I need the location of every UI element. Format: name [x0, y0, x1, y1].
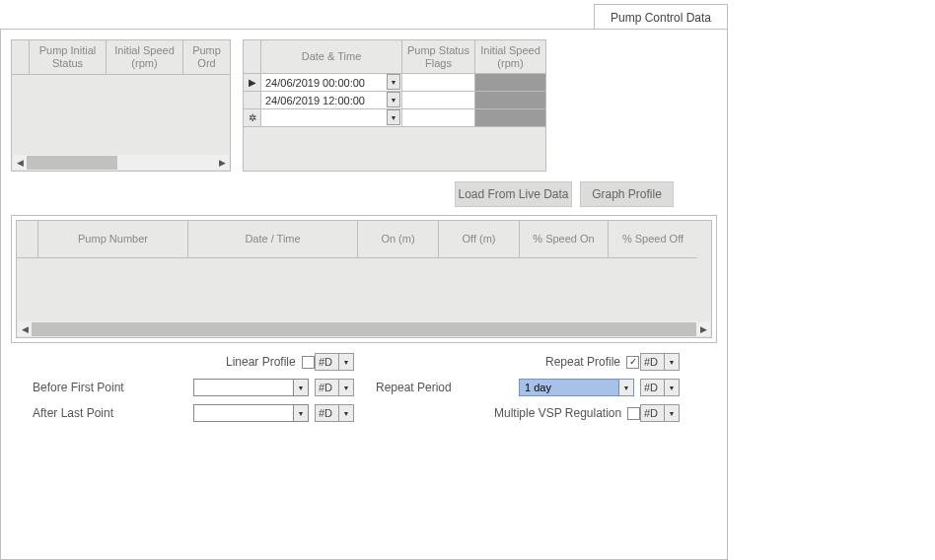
chevron-down-icon: ▼	[293, 405, 308, 421]
col-status-flags[interactable]: Pump Status Flags	[402, 40, 475, 74]
hscrollbar-left[interactable]: ◀ ▶	[13, 155, 229, 170]
linear-profile-checkbox[interactable]	[302, 356, 315, 369]
tab-pump-control-data[interactable]: Pump Control Data	[594, 4, 728, 31]
cell-datetime-value: 24/06/2019 00:00:00	[265, 77, 365, 89]
col-speed-off[interactable]: % Speed Off	[609, 221, 697, 258]
scroll-right-icon[interactable]: ▶	[215, 156, 229, 170]
dd-value: #D	[319, 382, 332, 393]
cell-init-speed	[475, 74, 545, 92]
after-last-units-select[interactable]: #D▼	[315, 404, 354, 422]
col-init-speed2[interactable]: Initial Speed (rpm)	[475, 40, 545, 74]
load-from-live-button[interactable]: Load From Live Data	[455, 181, 572, 207]
dd-value: #D	[644, 407, 658, 419]
row-indicator-current-icon: ▶	[244, 74, 261, 92]
row-selector-header	[12, 40, 30, 75]
col-datetime[interactable]: Date & Time	[261, 40, 402, 74]
chevron-down-icon: ▼	[338, 354, 353, 370]
dd-value: #D	[319, 407, 332, 419]
hscrollbar-wide[interactable]: ◀ ▶	[18, 321, 710, 336]
repeat-period-value: 1 day	[525, 382, 551, 393]
multi-vsp-label: Multiple VSP Regulation	[494, 406, 621, 420]
repeat-profile-units-select[interactable]: #D▼	[640, 353, 680, 371]
before-first-select[interactable]: ▼	[193, 379, 309, 396]
linear-profile-label: Linear Profile	[226, 355, 296, 369]
col-pump-initial-status[interactable]: Pump Initial Status	[30, 40, 107, 75]
repeat-period-label: Repeat Period	[376, 381, 452, 394]
linear-profile-units-select[interactable]: #D▼	[315, 353, 354, 371]
dropdown-icon[interactable]: ▼	[387, 92, 400, 107]
cell-status-flags[interactable]	[402, 92, 475, 109]
col-on[interactable]: On (m)	[358, 221, 439, 258]
cell-init-speed	[475, 109, 545, 127]
col-pump-number[interactable]: Pump Number	[38, 221, 188, 258]
row-indicator-icon	[244, 92, 261, 109]
dd-value: #D	[319, 356, 332, 368]
scroll-left-icon[interactable]: ◀	[18, 322, 32, 336]
profile-grid-container: Pump Number Date / Time On (m) Off (m) %…	[11, 215, 717, 343]
main-panel: Pump Initial Status Initial Speed (rpm) …	[0, 29, 728, 560]
cell-status-flags[interactable]	[402, 109, 475, 127]
table-row-new[interactable]: ✲ ▼	[244, 109, 545, 127]
chevron-down-icon: ▼	[664, 405, 679, 421]
before-first-units-select[interactable]: #D▼	[315, 379, 354, 396]
cell-datetime-value: 24/06/2019 12:00:00	[265, 95, 365, 106]
dropdown-icon[interactable]: ▼	[387, 109, 400, 125]
dd-value: #D	[644, 356, 658, 368]
repeat-period-select[interactable]: 1 day▼	[519, 379, 634, 396]
cell-datetime[interactable]: 24/06/2019 00:00:00▼	[261, 74, 402, 92]
chevron-down-icon: ▼	[338, 405, 353, 421]
repeat-profile-checkbox[interactable]	[626, 356, 639, 369]
repeat-profile-label: Repeat Profile	[545, 355, 620, 369]
chevron-down-icon: ▼	[338, 380, 353, 395]
datetime-grid: Date & Time Pump Status Flags Initial Sp…	[243, 39, 546, 172]
pump-initial-grid: Pump Initial Status Initial Speed (rpm) …	[11, 39, 231, 172]
col-initial-speed[interactable]: Initial Speed (rpm)	[107, 40, 183, 75]
row-selector-header	[17, 221, 38, 258]
after-last-label: After Last Point	[33, 406, 113, 420]
multi-vsp-units-select[interactable]: #D▼	[640, 404, 680, 422]
chevron-down-icon: ▼	[618, 380, 633, 395]
multi-vsp-checkbox[interactable]	[627, 407, 640, 420]
table-row[interactable]: 24/06/2019 12:00:00▼	[244, 92, 545, 109]
chevron-down-icon: ▼	[664, 354, 679, 370]
col-pump-order[interactable]: Pump Ord	[183, 40, 230, 75]
scroll-right-icon[interactable]: ▶	[696, 322, 710, 336]
before-first-label: Before First Point	[33, 381, 124, 394]
chevron-down-icon: ▼	[664, 380, 679, 395]
chevron-down-icon: ▼	[293, 380, 308, 395]
after-last-select[interactable]: ▼	[193, 404, 309, 422]
cell-datetime[interactable]: 24/06/2019 12:00:00▼	[261, 92, 402, 109]
cell-init-speed	[475, 92, 545, 109]
col-speed-on[interactable]: % Speed On	[520, 221, 609, 258]
dd-value: #D	[644, 382, 658, 393]
dropdown-icon[interactable]: ▼	[387, 74, 400, 90]
repeat-period-units-select[interactable]: #D▼	[640, 379, 680, 396]
graph-profile-button[interactable]: Graph Profile	[580, 181, 674, 207]
table-row[interactable]: ▶ 24/06/2019 00:00:00▼	[244, 74, 545, 92]
col-off[interactable]: Off (m)	[439, 221, 520, 258]
col-date-time[interactable]: Date / Time	[188, 221, 358, 258]
cell-datetime[interactable]: ▼	[261, 109, 402, 127]
cell-status-flags[interactable]	[402, 74, 475, 92]
profile-grid: Pump Number Date / Time On (m) Off (m) %…	[16, 220, 712, 338]
row-indicator-new-icon: ✲	[244, 109, 261, 127]
scroll-left-icon[interactable]: ◀	[13, 156, 27, 170]
row-selector-header	[244, 40, 261, 74]
